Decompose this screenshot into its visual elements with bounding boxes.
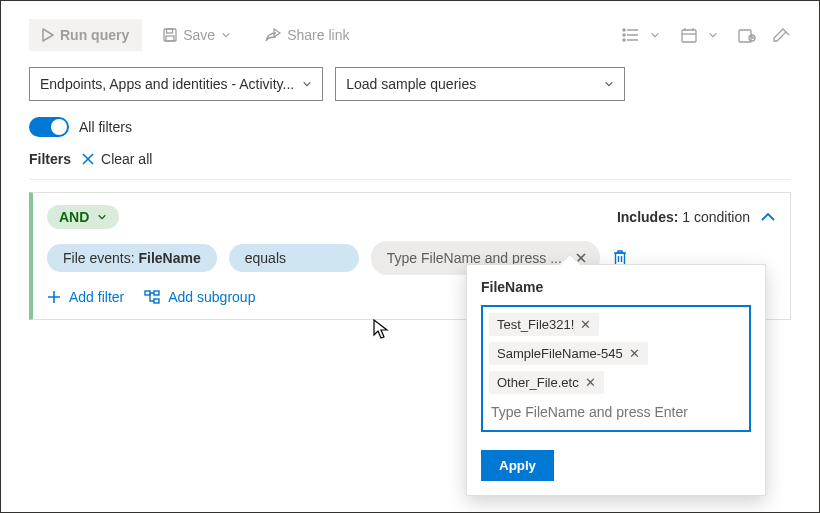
save-button[interactable]: Save [150, 19, 244, 51]
token-chip[interactable]: Other_File.etc ✕ [489, 371, 604, 394]
chevron-down-icon[interactable] [645, 25, 665, 45]
svg-rect-9 [682, 30, 696, 42]
filter-field-prefix: File events: [63, 250, 138, 266]
save-label: Save [183, 27, 215, 43]
token-chip-label: SampleFileName-545 [497, 346, 623, 361]
collapse-icon[interactable] [760, 211, 776, 223]
chevron-down-icon [302, 79, 312, 89]
filter-field-name: FileName [138, 250, 200, 266]
svg-rect-19 [145, 291, 150, 295]
apply-button[interactable]: Apply [481, 450, 554, 481]
list-view-icon[interactable] [621, 25, 641, 45]
token-input-box[interactable]: Test_File321! ✕ SampleFileName-545 ✕ Oth… [481, 305, 751, 432]
apply-button-label: Apply [499, 458, 536, 473]
svg-rect-2 [166, 36, 174, 41]
svg-rect-20 [154, 291, 159, 295]
all-filters-toggle[interactable] [29, 117, 69, 137]
add-subgroup-button[interactable]: Add subgroup [144, 289, 255, 305]
svg-point-7 [623, 34, 625, 36]
filter-operator-pill[interactable]: equals [229, 244, 359, 272]
divider [29, 179, 791, 180]
share-button[interactable]: Share link [252, 19, 362, 51]
svg-point-8 [623, 39, 625, 41]
svg-rect-21 [154, 299, 159, 303]
cursor-icon [373, 319, 391, 341]
token-input[interactable] [489, 400, 743, 424]
detection-rule-icon[interactable] [737, 25, 757, 45]
token-chip[interactable]: SampleFileName-545 ✕ [489, 342, 648, 365]
clear-all-label: Clear all [101, 151, 152, 167]
token-chip[interactable]: Test_File321! ✕ [489, 313, 599, 336]
share-icon [265, 28, 281, 42]
run-query-label: Run query [60, 27, 129, 43]
chevron-down-icon [97, 212, 107, 222]
scope-select-value: Endpoints, Apps and identities - Activit… [40, 76, 294, 92]
save-icon [163, 28, 177, 42]
scope-select[interactable]: Endpoints, Apps and identities - Activit… [29, 67, 323, 101]
chevron-down-icon[interactable] [703, 25, 723, 45]
remove-token-icon[interactable]: ✕ [585, 375, 596, 390]
filter-field-pill[interactable]: File events: FileName [47, 244, 217, 272]
includes-prefix: Includes: [617, 209, 678, 225]
includes-count: 1 condition [682, 209, 750, 225]
filter-operator-label: equals [245, 250, 286, 266]
svg-point-6 [623, 29, 625, 31]
run-query-button[interactable]: Run query [29, 19, 142, 51]
plus-icon [47, 290, 61, 304]
play-icon [42, 28, 54, 42]
clear-all-button[interactable]: Clear all [81, 151, 152, 167]
subgroup-icon [144, 290, 160, 304]
close-icon [81, 152, 95, 166]
chevron-down-icon [604, 79, 614, 89]
popover-title: FileName [481, 279, 751, 295]
add-filter-label: Add filter [69, 289, 124, 305]
svg-rect-1 [167, 29, 173, 33]
token-chip-label: Other_File.etc [497, 375, 579, 390]
add-subgroup-label: Add subgroup [168, 289, 255, 305]
all-filters-label: All filters [79, 119, 132, 135]
edit-icon[interactable] [771, 25, 791, 45]
filters-label: Filters [29, 151, 71, 167]
remove-token-icon[interactable]: ✕ [580, 317, 591, 332]
add-filter-button[interactable]: Add filter [47, 289, 124, 305]
logic-operator-label: AND [59, 209, 89, 225]
chevron-down-icon [221, 30, 231, 40]
token-chip-label: Test_File321! [497, 317, 574, 332]
calendar-icon[interactable] [679, 25, 699, 45]
samples-select-value: Load sample queries [346, 76, 476, 92]
logic-operator-pill[interactable]: AND [47, 205, 119, 229]
remove-token-icon[interactable]: ✕ [629, 346, 640, 361]
filename-value-popover: FileName Test_File321! ✕ SampleFileName-… [466, 264, 766, 496]
share-label: Share link [287, 27, 349, 43]
samples-select[interactable]: Load sample queries [335, 67, 625, 101]
